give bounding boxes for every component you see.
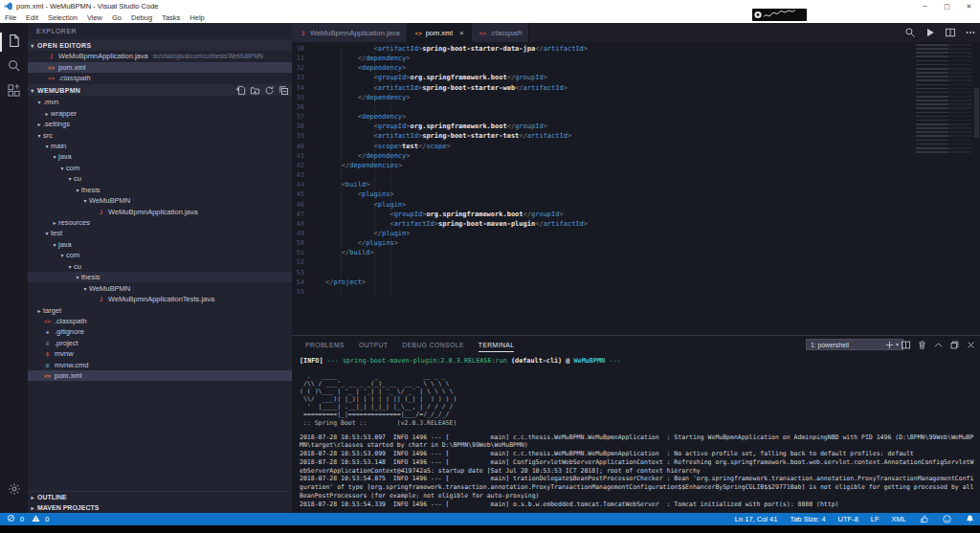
code-line[interactable]: 42 </dependencies>	[292, 161, 980, 170]
add-terminal-icon[interactable]	[884, 340, 895, 350]
code-line[interactable]: 40 <scope>test</scope>	[292, 142, 980, 151]
tree-item-WeMuBpmnApplicationTests.java[interactable]: JWeMuBpmnApplicationTests.java	[28, 294, 292, 304]
tree-item-cu[interactable]: ▾cu	[28, 173, 292, 184]
tree-item-WeMuBPMN[interactable]: ▾WeMuBPMN	[28, 282, 292, 293]
menu-item-help[interactable]: Help	[185, 13, 209, 22]
menu-item-file[interactable]: File	[0, 13, 21, 22]
section-maven-projects[interactable]: ▸MAVEN PROJECTS	[28, 502, 292, 513]
collapse-all-icon[interactable]	[278, 85, 289, 96]
menu-item-go[interactable]: Go	[107, 13, 126, 22]
refresh-icon[interactable]	[264, 85, 275, 96]
tree-item-WeMuBPMN[interactable]: ▾WeMuBPMN	[28, 195, 292, 206]
tree-item-com[interactable]: ▾com	[28, 163, 292, 173]
tab-pom.xml[interactable]: <>pom.xml×	[408, 23, 472, 42]
status-item-ln-17-col-41[interactable]: Ln 17, Col 41	[735, 515, 778, 523]
menu-item-selection[interactable]: Selection	[43, 13, 82, 22]
tree-item-mvnw[interactable]: $mvnw	[28, 348, 292, 359]
code-line[interactable]: 41 </dependency>	[292, 151, 980, 161]
tree-item-.settings[interactable]: ▸.settings	[28, 119, 292, 129]
activity-extensions-icon[interactable]	[0, 79, 28, 104]
tree-item-java[interactable]: ▾java	[28, 239, 292, 250]
activity-settings[interactable]	[0, 478, 28, 503]
smiley-icon[interactable]	[942, 514, 952, 524]
code-line[interactable]: 35 </dependency>	[292, 93, 980, 102]
code-line[interactable]: 31 </dependency>	[292, 54, 980, 63]
tree-item-resources[interactable]: ▸resources	[28, 217, 292, 228]
code-line[interactable]: 53	[292, 268, 980, 278]
split-terminal-icon[interactable]	[901, 340, 911, 350]
feedback-icon[interactable]	[919, 514, 929, 524]
open-editor-item[interactable]: <>.classpath	[28, 73, 292, 84]
tree-item-.mvn[interactable]: ▾.mvn	[28, 97, 292, 107]
code-line[interactable]: 48 <artifactId>spring-boot-maven-plugin<…	[292, 219, 980, 229]
new-folder-icon[interactable]	[250, 85, 260, 96]
code-line[interactable]: 38 <groupId>org.springframework.boot</gr…	[292, 122, 980, 131]
code-line[interactable]: 51 </build>	[292, 248, 980, 257]
status-item-tab-size-4[interactable]: Tab Size: 4	[790, 515, 825, 523]
code-line[interactable]: 33 <groupId>org.springframework.boot</gr…	[292, 73, 980, 82]
code-line[interactable]: 47 <groupId>org.springframework.boot</gr…	[292, 210, 980, 219]
maximize-panel-icon[interactable]	[933, 340, 944, 350]
minimap[interactable]	[916, 44, 971, 155]
tree-item-wrapper[interactable]: ▸wrapper	[28, 107, 292, 118]
editor-scrollbar[interactable]	[974, 88, 979, 138]
maximize-button[interactable]: ▢	[936, 0, 958, 12]
kill-terminal-icon[interactable]	[917, 340, 927, 350]
panel-tab-terminal[interactable]: TERMINAL	[479, 338, 515, 352]
open-editors-header[interactable]: ▾ OPEN EDITORS	[28, 39, 292, 51]
tree-item-.classpath[interactable]: <>.classpath	[28, 316, 292, 326]
tree-item-.gitignore[interactable]: ◆.gitignore	[28, 326, 292, 337]
code-line[interactable]: 50 </plugins>	[292, 238, 980, 248]
new-file-icon[interactable]	[235, 85, 246, 96]
menu-item-tasks[interactable]: Tasks	[157, 13, 185, 22]
open-editor-item[interactable]: <>pom.xml	[28, 62, 292, 74]
status-item-xml[interactable]: XML	[892, 515, 906, 523]
code-line[interactable]: 55	[292, 287, 980, 297]
close-tab-icon[interactable]: ×	[459, 29, 464, 37]
code-line[interactable]: 32 <dependency>	[292, 63, 980, 73]
tree-item-thesis[interactable]: ▾thesis	[28, 185, 292, 195]
split-editor-icon[interactable]	[945, 27, 956, 38]
tree-item-main[interactable]: ▾main	[28, 141, 292, 151]
panel-tab-debug-console[interactable]: DEBUG CONSOLE	[402, 338, 464, 352]
tab-.classpath[interactable]: <>.classpath	[472, 23, 530, 42]
problems-status[interactable]: 0 0	[0, 514, 49, 524]
tree-item-java[interactable]: ▾java	[28, 151, 292, 162]
tree-item-cu[interactable]: ▾cu	[28, 261, 292, 272]
more-actions-icon[interactable]	[965, 27, 976, 38]
section-outline[interactable]: ▸OUTLINE	[28, 492, 292, 502]
menu-item-view[interactable]: View	[82, 13, 107, 22]
code-content[interactable]: 30 <artifactId>spring-boot-starter-data-…	[292, 44, 980, 297]
menu-item-debug[interactable]: Debug	[126, 13, 157, 22]
code-line[interactable]: 46 <plugin>	[292, 200, 980, 210]
run-icon[interactable]	[924, 27, 936, 38]
tree-item-WeMuBpmnApplication.java[interactable]: JWeMuBpmnApplication.java	[28, 206, 292, 216]
project-header[interactable]: ▾ WEMUBPMN	[28, 84, 292, 96]
bell-icon[interactable]	[965, 514, 975, 524]
tree-item-.project[interactable]: ≡.project	[28, 338, 292, 348]
tree-item-thesis[interactable]: ▾thesis	[28, 272, 292, 282]
code-line[interactable]: 49 </plugin>	[292, 229, 980, 238]
code-line[interactable]: 36	[292, 102, 980, 112]
minimize-button[interactable]: ─	[914, 0, 936, 12]
code-line[interactable]: 54</project>	[292, 278, 980, 287]
code-line[interactable]: 39 <artifactId>spring-boot-starter-test<…	[292, 131, 980, 141]
code-line[interactable]: 37 <dependency>	[292, 112, 980, 122]
status-item-utf-8[interactable]: UTF-8	[838, 515, 858, 523]
terminal-output[interactable]: [INFO] --- spring-boot-maven-plugin:2.0.…	[292, 353, 980, 514]
status-item-lf[interactable]: LF	[871, 515, 880, 523]
code-line[interactable]: 52	[292, 257, 980, 267]
code-line[interactable]: 30 <artifactId>spring-boot-starter-data-…	[292, 44, 980, 54]
code-line[interactable]: 45 <plugins>	[292, 189, 980, 199]
tree-item-test[interactable]: ▾test	[28, 228, 292, 238]
tree-item-src[interactable]: ▾src	[28, 129, 292, 140]
code-line[interactable]: 43	[292, 170, 980, 180]
open-editor-item[interactable]: JWeMuBpmnApplication.javasrc\main\java\c…	[28, 51, 292, 62]
tree-item-com[interactable]: ▾com	[28, 250, 292, 260]
code-editor[interactable]: 30 <artifactId>spring-boot-starter-data-…	[292, 42, 980, 335]
close-button[interactable]: ✕	[958, 0, 980, 12]
menu-item-edit[interactable]: Edit	[21, 13, 43, 22]
activity-explorer-icon[interactable]	[0, 30, 28, 55]
code-line[interactable]: 44 <build>	[292, 180, 980, 189]
code-line[interactable]: 34 <artifactId>spring-boot-starter-web</…	[292, 83, 980, 93]
